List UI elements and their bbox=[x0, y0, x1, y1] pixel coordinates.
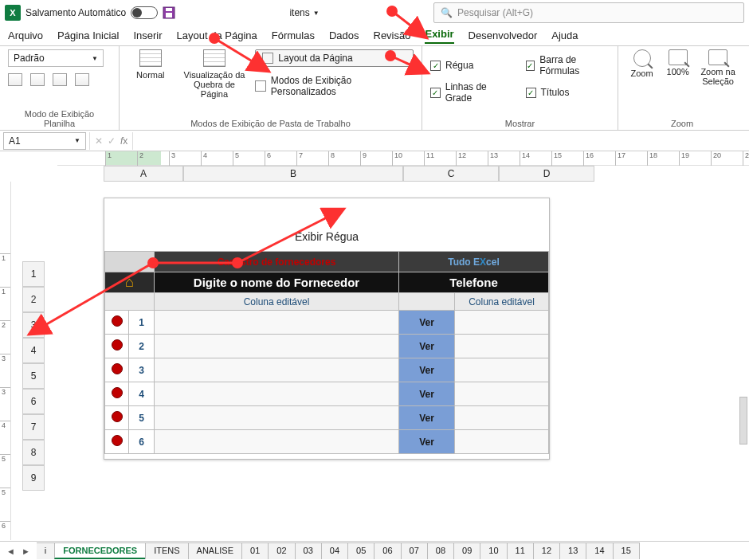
sheet-tab[interactable]: 13 bbox=[559, 542, 586, 559]
row-header[interactable]: 4 bbox=[22, 338, 45, 363]
checkbox-regua[interactable]: ✓Régua bbox=[430, 54, 515, 76]
sheet-tab[interactable]: 05 bbox=[347, 542, 374, 559]
sheet-tab[interactable]: 07 bbox=[401, 542, 428, 559]
tab-dados[interactable]: Dados bbox=[329, 29, 359, 44]
row-header[interactable]: 7 bbox=[22, 414, 45, 440]
tab-inserir[interactable]: Inserir bbox=[133, 29, 162, 44]
row-header[interactable]: 8 bbox=[22, 440, 45, 465]
sheet-tab[interactable]: 15 bbox=[613, 542, 640, 559]
checkbox-titulos[interactable]: ✓Títulos bbox=[526, 81, 610, 104]
view-mode-dropdown[interactable]: Padrão ▼ bbox=[8, 49, 104, 67]
telefone-input[interactable] bbox=[455, 382, 549, 406]
name-box[interactable]: A1 ▼ bbox=[3, 132, 86, 150]
sheet-tab[interactable]: 14 bbox=[586, 542, 613, 559]
ruler-tick: 8 bbox=[328, 151, 335, 166]
vertical-scrollbar[interactable] bbox=[739, 397, 747, 444]
table-row: 5Ver bbox=[105, 406, 549, 430]
row-header[interactable]: 6 bbox=[22, 389, 45, 414]
telefone-input[interactable] bbox=[455, 335, 549, 358]
fx-icon[interactable]: fx bbox=[120, 135, 127, 147]
fornecedor-input[interactable] bbox=[155, 311, 399, 335]
tab-desenvolvedor[interactable]: Desenvolvedor bbox=[469, 29, 538, 44]
tab-revisao[interactable]: Revisão bbox=[374, 29, 411, 44]
tab-layout-pagina[interactable]: Layout da Página bbox=[177, 29, 257, 44]
zoom-button[interactable]: Zoom bbox=[626, 49, 657, 78]
sheet-tab[interactable]: 10 bbox=[480, 542, 507, 559]
sheet-tab-active[interactable]: FORNECEDORES bbox=[54, 542, 146, 559]
sheet-tab[interactable]: ANALISE bbox=[188, 542, 242, 559]
sheet-tab[interactable]: 12 bbox=[533, 542, 560, 559]
autosave-toggle[interactable] bbox=[131, 6, 158, 19]
sheet-tab[interactable]: ITENS bbox=[145, 542, 188, 559]
accept-formula-icon[interactable]: ✓ bbox=[108, 135, 116, 147]
sheet-tab[interactable]: 04 bbox=[321, 542, 348, 559]
tab-pagina-inicial[interactable]: Página Inicial bbox=[57, 29, 119, 44]
search-input[interactable]: 🔍 Pesquisar (Alt+G) bbox=[433, 2, 744, 23]
cancel-formula-icon[interactable]: ✕ bbox=[95, 135, 103, 147]
sheet-tab[interactable]: 09 bbox=[453, 542, 480, 559]
tab-arquivo[interactable]: Arquivo bbox=[8, 29, 43, 44]
ver-button[interactable]: Ver bbox=[399, 335, 455, 358]
sheet-nav-next-icon[interactable]: ► bbox=[22, 546, 30, 556]
sheet-tab[interactable]: 06 bbox=[374, 542, 401, 559]
checkbox-linhas-grade[interactable]: ✓Linhas de Grade bbox=[430, 81, 515, 104]
sheet-tab[interactable]: 08 bbox=[427, 542, 454, 559]
zoom-selection-button[interactable]: Zoom na Seleção bbox=[698, 49, 738, 86]
telefone-input[interactable] bbox=[455, 406, 549, 430]
ruler-tick: 14 bbox=[520, 151, 530, 166]
telefone-input[interactable] bbox=[455, 311, 549, 335]
custom-views-button[interactable]: Modos de Exibição Personalizados bbox=[255, 75, 414, 97]
formula-input[interactable] bbox=[133, 132, 749, 150]
tab-formulas[interactable]: Fórmulas bbox=[272, 29, 315, 44]
ver-button[interactable]: Ver bbox=[399, 430, 455, 454]
telefone-input[interactable] bbox=[455, 430, 549, 454]
column-header-c[interactable]: C bbox=[403, 166, 499, 182]
fornecedor-input[interactable] bbox=[155, 430, 399, 454]
row-header[interactable]: 2 bbox=[22, 287, 45, 312]
tab-ajuda[interactable]: Ajuda bbox=[551, 29, 578, 44]
vruler-tick: 3 bbox=[0, 354, 10, 362]
row-header[interactable]: 1 bbox=[22, 261, 45, 287]
fornecedor-input[interactable] bbox=[155, 382, 399, 406]
row-number: 5 bbox=[129, 406, 155, 430]
ver-button[interactable]: Ver bbox=[399, 382, 455, 406]
vertical-ruler: 112334556 bbox=[0, 182, 11, 540]
vruler-tick: 2 bbox=[0, 320, 10, 329]
group-title-pasta: Modos de Exibição de Pasta de Trabalho bbox=[127, 119, 414, 128]
exit-icon[interactable] bbox=[30, 73, 45, 86]
row-header[interactable]: 9 bbox=[22, 465, 45, 491]
checkbox-barra-formulas[interactable]: ✓Barra de Fórmulas bbox=[526, 54, 610, 76]
ruler-tick: 20 bbox=[711, 151, 721, 166]
keep-icon[interactable] bbox=[8, 73, 22, 86]
telefone-input[interactable] bbox=[455, 358, 549, 382]
sheet-nav-prev-icon[interactable]: ◄ bbox=[6, 546, 15, 556]
save-icon[interactable] bbox=[163, 6, 175, 19]
sheet-tab[interactable]: 02 bbox=[268, 542, 295, 559]
page-break-button[interactable]: Visualização da Quebra de Página bbox=[182, 49, 248, 99]
ver-button[interactable]: Ver bbox=[399, 358, 455, 382]
row-header[interactable]: 5 bbox=[22, 363, 45, 389]
sheet-tab[interactable]: 11 bbox=[507, 542, 534, 559]
title-dropdown-icon[interactable]: ▼ bbox=[313, 10, 320, 17]
zoom-100-button[interactable]: 100% bbox=[662, 49, 693, 76]
sheet-tab[interactable]: 01 bbox=[241, 542, 269, 559]
fornecedor-input[interactable] bbox=[155, 358, 399, 382]
column-header-b[interactable]: B bbox=[183, 166, 403, 182]
normal-button[interactable]: Normal bbox=[127, 49, 174, 80]
fornecedor-input[interactable] bbox=[155, 335, 399, 358]
column-header-d[interactable]: D bbox=[499, 166, 594, 182]
sheet-tab[interactable]: 03 bbox=[295, 542, 322, 559]
new-icon[interactable] bbox=[53, 73, 67, 86]
sheet-tab[interactable]: i bbox=[37, 542, 55, 559]
fornecedor-input[interactable] bbox=[155, 406, 399, 430]
ver-button[interactable]: Ver bbox=[399, 406, 455, 430]
ver-button[interactable]: Ver bbox=[399, 311, 455, 335]
home-cell[interactable]: ⌂ bbox=[105, 272, 155, 293]
layout-pagina-button[interactable]: Layout da Página bbox=[255, 49, 414, 67]
options-icon[interactable] bbox=[75, 73, 89, 86]
zoom-selection-icon bbox=[708, 49, 727, 65]
ruler-tick: 10 bbox=[392, 151, 402, 166]
column-header-a[interactable]: A bbox=[104, 166, 183, 182]
tab-exibir[interactable]: Exibir bbox=[425, 28, 453, 44]
row-header[interactable]: 3 bbox=[22, 312, 45, 338]
